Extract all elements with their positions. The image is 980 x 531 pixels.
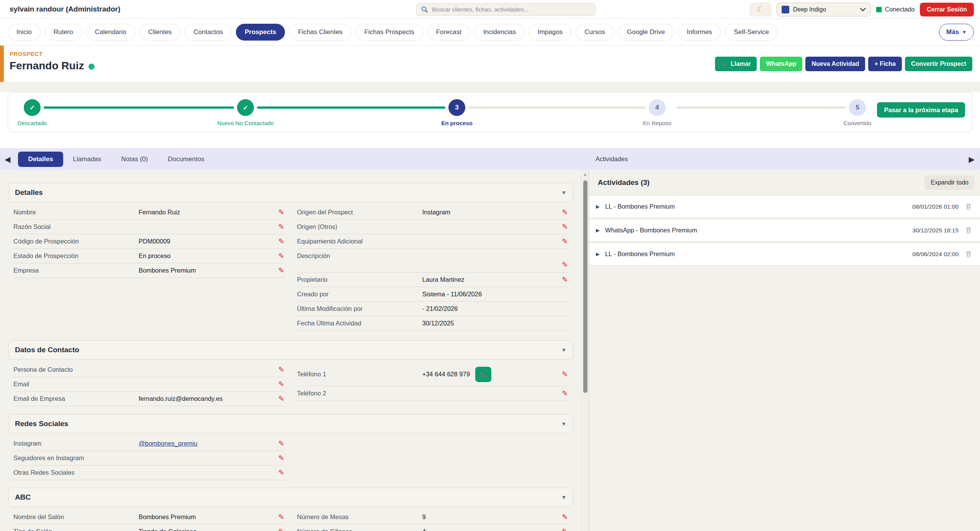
nav-tab-self-service[interactable]: Self-Service: [725, 24, 778, 41]
connected-label: Conectado: [885, 6, 915, 13]
edit-icon[interactable]: ✎: [278, 266, 285, 275]
activity-row[interactable]: ▶ LL - Bombones Premium 08/01/2026 01:00: [589, 195, 980, 218]
details-panel: Detalles ▼ Nombre Fernando Ruiz ✎ Razón …: [0, 170, 581, 531]
step-circle-en-proceso[interactable]: 3: [448, 99, 465, 116]
collapse-caret-icon: ▼: [561, 347, 566, 353]
add-ficha-button[interactable]: + Ficha: [868, 57, 902, 71]
call-button[interactable]: Llamar: [715, 57, 757, 71]
step-label-descartado: Descartado: [18, 120, 47, 126]
section-abc-header[interactable]: ABC ▼: [8, 488, 573, 507]
instagram-link[interactable]: @bombones_premiu: [139, 440, 197, 447]
edit-icon[interactable]: ✎: [562, 275, 568, 284]
nav-tab-cursos[interactable]: Cursos: [576, 24, 614, 41]
logout-button[interactable]: Cerrar Sesión: [920, 3, 974, 16]
edit-icon[interactable]: ✎: [562, 237, 568, 246]
step-circle-en-reposo[interactable]: 4: [649, 99, 666, 116]
nav-tab-fichas-clientes[interactable]: Fichas Clientes: [289, 24, 351, 41]
edit-icon[interactable]: ✎: [278, 365, 285, 374]
expand-all-button[interactable]: Expandir todo: [924, 175, 975, 190]
nav-tab-clientes[interactable]: Clientes: [139, 24, 180, 41]
connection-status: Conectado: [876, 6, 915, 13]
activity-row[interactable]: ▶ LL - Bombones Premium 08/06/2024 02:00: [589, 243, 980, 265]
field-instagram: Instagram @bombones_premiu ✎: [13, 436, 285, 451]
nav-tab-prospects[interactable]: Prospects: [236, 24, 285, 41]
edit-icon[interactable]: ✎: [278, 252, 285, 260]
edit-icon[interactable]: ✎: [278, 222, 285, 231]
nav-tab-rutero[interactable]: Rutero: [45, 24, 82, 41]
field-origen-otros: Origen (Otros) ✎: [297, 220, 568, 234]
edit-icon[interactable]: ✎: [278, 208, 285, 217]
section-abc: ABC ▼ Nombre del Salón Bombones Premium …: [8, 488, 573, 531]
edit-icon[interactable]: ✎: [278, 394, 285, 403]
stage-stepper-band: ✓ Descartado ✓ Nuevo No Contactado 3 En …: [0, 92, 980, 148]
section-redes-sociales: Redes Sociales ▼ Instagram @bombones_pre…: [8, 414, 573, 480]
collapse-right-panel-icon[interactable]: ▶: [969, 155, 975, 164]
tab-llamadas[interactable]: Llamadas: [63, 152, 111, 167]
current-user-label: sylvain randour (Administrador): [10, 5, 120, 13]
section-contacto-header[interactable]: Datos de Contacto ▼: [8, 340, 573, 359]
edit-icon[interactable]: ✎: [278, 527, 285, 531]
dark-mode-toggle[interactable]: ☾: [750, 3, 771, 16]
trash-icon[interactable]: [965, 203, 972, 211]
convert-prospect-button[interactable]: Convertir Prospect: [905, 57, 972, 71]
edit-icon[interactable]: ✎: [278, 454, 285, 462]
section-detalles-header[interactable]: Detalles ▼: [8, 183, 573, 202]
nav-tab-calendario[interactable]: Calendario: [86, 24, 135, 41]
nav-tab-contactos[interactable]: Contactos: [185, 24, 232, 41]
nav-tab-fichas-prospects[interactable]: Fichas Prospects: [355, 24, 423, 41]
expand-activity-icon[interactable]: ▶: [596, 204, 600, 209]
nav-more-button[interactable]: Más ▼: [939, 24, 974, 41]
step-circle-descartado[interactable]: ✓: [24, 99, 41, 116]
nav-tab-forecast[interactable]: Forecast: [427, 24, 470, 41]
expand-activity-icon[interactable]: ▶: [596, 227, 600, 233]
main-nav: Inicio Rutero Calendario Clientes Contac…: [0, 19, 980, 46]
nav-tab-impagos[interactable]: Impagos: [529, 24, 571, 41]
edit-icon[interactable]: ✎: [278, 380, 285, 389]
search-input[interactable]: [416, 3, 596, 16]
edit-icon[interactable]: ✎: [562, 527, 568, 531]
edit-icon[interactable]: ✎: [278, 439, 285, 448]
trash-icon[interactable]: [965, 227, 972, 234]
next-stage-button[interactable]: Pasar a la próxima etapa: [877, 102, 965, 118]
record-type-label: PROSPECT: [10, 51, 43, 57]
nav-tab-informes[interactable]: Informes: [678, 24, 721, 41]
edit-icon[interactable]: ✎: [562, 260, 568, 272]
field-numero-sillones: Número de Sillones 4 ✎: [297, 524, 568, 531]
edit-icon[interactable]: ✎: [562, 208, 568, 217]
nav-tab-inicio[interactable]: Inicio: [8, 24, 41, 41]
call-phone-button[interactable]: [475, 367, 491, 382]
edit-icon[interactable]: ✎: [562, 513, 568, 521]
edit-icon[interactable]: ✎: [562, 222, 568, 231]
new-activity-button[interactable]: Nueva Actividad: [805, 57, 865, 71]
whatsapp-button[interactable]: WhatsApp: [760, 57, 802, 71]
nav-tab-incidencias[interactable]: Incidencias: [474, 24, 525, 41]
section-redes-header[interactable]: Redes Sociales ▼: [8, 414, 573, 433]
field-email: Email ✎: [13, 377, 285, 392]
field-razon-social: Razón Social ✎: [13, 220, 285, 234]
tab-documentos[interactable]: Documentos: [158, 152, 214, 167]
activity-row[interactable]: ▶ WhatsApp - Bombones Premium 30/12/2025…: [589, 219, 980, 242]
step-label-nuevo-no-contactado: Nuevo No Contactado: [217, 120, 274, 126]
tab-detalles[interactable]: Detalles: [18, 152, 63, 167]
theme-select[interactable]: Deep Indigo: [777, 3, 871, 16]
edit-icon[interactable]: ✎: [562, 370, 568, 379]
edit-icon[interactable]: ✎: [278, 468, 285, 477]
step-circle-convertido[interactable]: 5: [849, 99, 866, 116]
collapse-left-panel-icon[interactable]: ◀: [5, 155, 10, 164]
edit-icon[interactable]: ✎: [562, 389, 568, 398]
nav-tab-google-drive[interactable]: Google Drive: [618, 24, 674, 41]
scroll-up-icon[interactable]: ▲: [582, 172, 589, 176]
stepper-connector: [257, 106, 445, 109]
edit-icon[interactable]: ✎: [278, 513, 285, 521]
scrollbar-thumb[interactable]: [583, 180, 587, 393]
record-type-bar: [0, 46, 4, 82]
edit-icon[interactable]: ✎: [278, 237, 285, 246]
tab-notas[interactable]: Notas (0): [111, 152, 158, 167]
left-panel-scrollbar[interactable]: ▲ ▼: [581, 170, 589, 531]
expand-activity-icon[interactable]: ▶: [596, 251, 600, 257]
field-origen-prospect: Origen del Prospect Instagram ✎: [297, 205, 568, 220]
chevron-down-icon: ▼: [962, 29, 967, 35]
stage-stepper: ✓ Descartado ✓ Nuevo No Contactado 3 En …: [8, 92, 972, 132]
trash-icon[interactable]: [965, 250, 972, 258]
step-circle-nuevo-no-contactado[interactable]: ✓: [237, 99, 254, 116]
